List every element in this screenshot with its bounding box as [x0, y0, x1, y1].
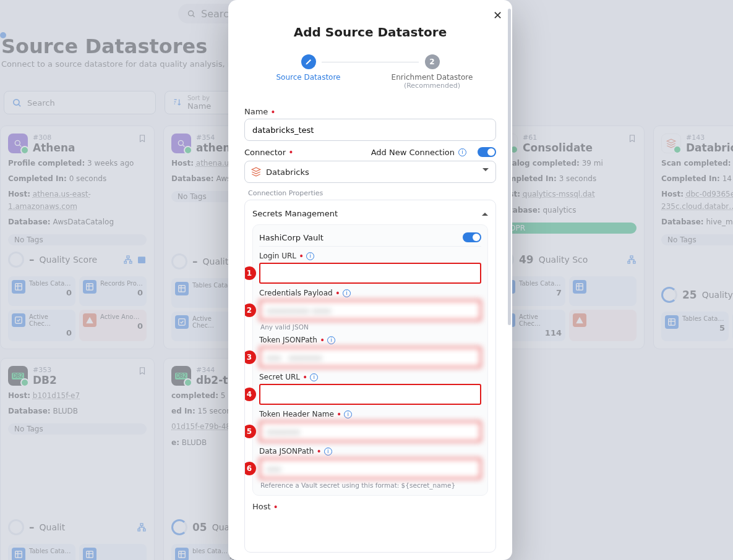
vault-field-5: 5Token Header Name•i	[259, 410, 481, 442]
step-badge: 2	[244, 303, 256, 317]
vault-field-1: 1Login URL•i	[259, 252, 481, 284]
step-badge: 6	[244, 462, 256, 475]
vault-field-2: 2Credentials Payload•iAny valid JSON	[259, 289, 481, 331]
chevron-up-icon[interactable]	[482, 210, 488, 216]
connector-select[interactable]: Databricks	[244, 161, 496, 183]
field-hint: Reference a Vault secret using this form…	[260, 482, 481, 489]
databricks-icon	[251, 166, 262, 177]
hashicorp-vault-toggle[interactable]	[463, 232, 481, 242]
connector-label: Connector	[244, 148, 286, 157]
vault-field-6: 6Data JSONPath•iReference a Vault secret…	[259, 447, 481, 489]
step-badge: 1	[244, 266, 256, 280]
step-enrichment-datastore[interactable]: 2 Enrichment Datastore (Recommended)	[371, 54, 494, 90]
add-new-connection-toggle[interactable]	[478, 147, 496, 157]
vault-input-4[interactable]	[259, 384, 481, 405]
info-icon[interactable]: i	[306, 252, 314, 260]
info-icon[interactable]: i	[310, 373, 318, 381]
field-hint: Any valid JSON	[260, 323, 481, 331]
connection-properties-panel: Secrets Management HashiCorp Vault 1Logi…	[244, 200, 496, 553]
step-badge: 5	[244, 425, 256, 438]
vault-input-6[interactable]	[259, 458, 481, 479]
name-label: Name	[244, 107, 268, 116]
stepper: Source Datastore 2 Enrichment Datastore …	[244, 54, 496, 90]
close-icon[interactable]: ✕	[493, 9, 502, 22]
vault-input-5[interactable]	[259, 421, 481, 442]
vault-field-4: 4Secret URL•i	[259, 373, 481, 405]
pencil-icon	[305, 58, 312, 66]
vault-field-3: 3Token JSONPath•i	[259, 336, 481, 368]
vault-input-2[interactable]	[259, 300, 481, 321]
hashicorp-vault-label: HashiCorp Vault	[259, 233, 324, 242]
add-new-connection-label: Add New Connection	[371, 148, 455, 157]
info-icon[interactable]: i	[344, 410, 352, 418]
step-badge: 4	[244, 388, 256, 401]
secrets-subpanel: HashiCorp Vault 1Login URL•i2Credentials…	[252, 224, 488, 496]
host-label: Host	[252, 502, 271, 511]
modal-title: Add Source Datastore	[244, 25, 496, 40]
vault-input-1[interactable]	[259, 263, 481, 284]
modal-scrollbar[interactable]	[507, 9, 512, 325]
info-icon[interactable]: i	[327, 336, 335, 344]
secrets-mgmt-title: Secrets Management	[252, 209, 338, 218]
vault-input-3[interactable]	[259, 347, 481, 368]
add-source-datastore-modal: ✕ Add Source Datastore Source Datastore …	[228, 0, 512, 560]
step-source-datastore[interactable]: Source Datastore	[247, 54, 371, 82]
info-icon[interactable]: i	[458, 148, 466, 156]
info-icon[interactable]: i	[324, 448, 332, 456]
info-icon[interactable]: i	[343, 289, 351, 297]
connection-properties-header: Connection Properties	[244, 189, 496, 197]
chevron-down-icon	[482, 168, 489, 174]
step-badge: 3	[244, 350, 256, 364]
name-input[interactable]	[244, 119, 496, 141]
